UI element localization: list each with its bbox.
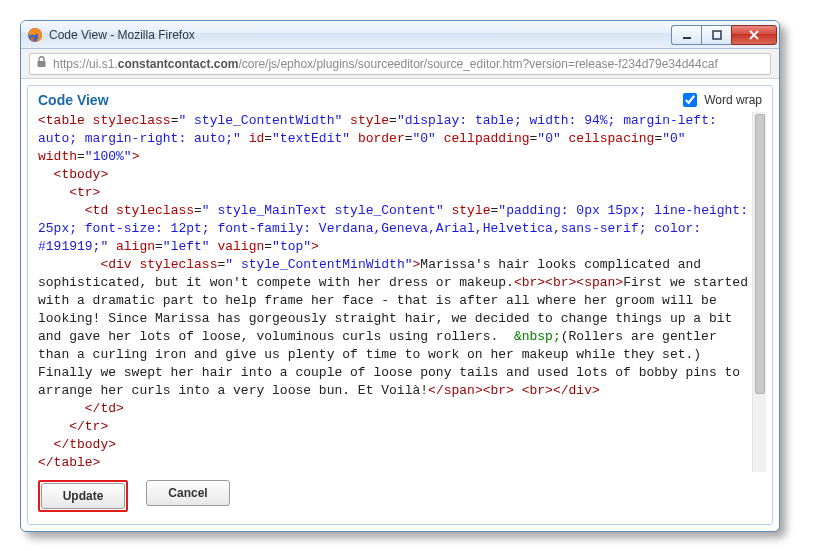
firefox-icon [27,27,43,43]
word-wrap-label: Word wrap [704,93,762,107]
window-title: Code View - Mozilla Firefox [49,28,195,42]
svg-rect-1 [683,37,691,39]
source-code-area[interactable]: <table styleclass=" style_ContentWidth" … [38,112,766,472]
panel-title: Code View [38,92,109,108]
cancel-button[interactable]: Cancel [146,480,230,506]
dialog-buttons: Update Cancel [28,472,772,524]
maximize-button[interactable] [701,25,731,45]
titlebar[interactable]: Code View - Mozilla Firefox [21,21,779,49]
word-wrap-toggle[interactable]: Word wrap [679,90,762,110]
svg-rect-3 [38,61,46,67]
lock-icon [36,56,47,71]
scrollbar-thumb[interactable] [755,114,765,394]
browser-window: Code View - Mozilla Firefox https://ui.s… [20,20,780,532]
minimize-button[interactable] [671,25,701,45]
url-text: https://ui.s1.constantcontact.com/core/j… [53,57,718,71]
svg-rect-2 [713,31,721,39]
url-field[interactable]: https://ui.s1.constantcontact.com/core/j… [29,53,771,75]
code-view-panel: Code View Word wrap <table styleclass=" … [27,85,773,525]
update-button[interactable]: Update [41,483,125,509]
source-code-text[interactable]: <table styleclass=" style_ContentWidth" … [38,112,766,472]
highlight-ring: Update [38,480,128,512]
address-bar: https://ui.s1.constantcontact.com/core/j… [21,49,779,79]
close-button[interactable] [731,25,777,45]
word-wrap-checkbox[interactable] [683,93,697,107]
panel-header: Code View Word wrap [28,86,772,112]
vertical-scrollbar[interactable] [752,112,766,472]
window-controls [671,25,777,45]
